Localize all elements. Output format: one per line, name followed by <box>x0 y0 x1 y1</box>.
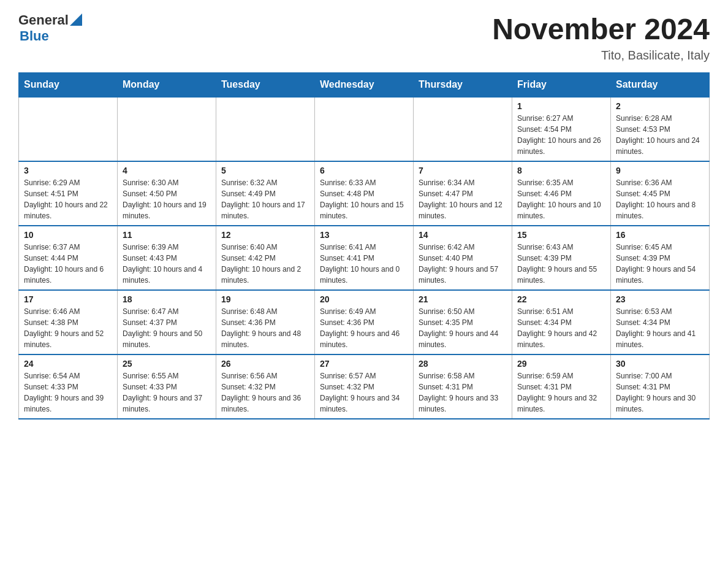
day-number: 13 <box>320 230 408 240</box>
day-info: Sunrise: 6:30 AMSunset: 4:50 PMDaylight:… <box>123 177 211 221</box>
calendar-day-cell: 15Sunrise: 6:43 AMSunset: 4:39 PMDayligh… <box>512 226 611 290</box>
day-info: Sunrise: 6:58 AMSunset: 4:31 PMDaylight:… <box>419 370 507 415</box>
calendar-header: SundayMondayTuesdayWednesdayThursdayFrid… <box>19 73 710 98</box>
day-info: Sunrise: 6:43 AMSunset: 4:39 PMDaylight:… <box>517 242 605 286</box>
day-number: 5 <box>221 166 309 175</box>
title-section: November 2024 Tito, Basilicate, Italy <box>492 12 710 63</box>
calendar-day-cell: 29Sunrise: 6:59 AMSunset: 4:31 PMDayligh… <box>512 354 611 419</box>
day-info: Sunrise: 6:57 AMSunset: 4:32 PMDaylight:… <box>320 370 408 415</box>
day-number: 8 <box>517 166 605 175</box>
day-number: 7 <box>419 166 507 175</box>
day-number: 21 <box>419 294 507 304</box>
day-info: Sunrise: 6:37 AMSunset: 4:44 PMDaylight:… <box>24 242 112 286</box>
calendar-day-cell: 11Sunrise: 6:39 AMSunset: 4:43 PMDayligh… <box>118 226 216 290</box>
location-subtitle: Tito, Basilicate, Italy <box>492 48 710 63</box>
day-number: 30 <box>616 359 704 369</box>
day-number: 10 <box>24 230 112 240</box>
day-number: 26 <box>221 359 309 369</box>
calendar-day-cell: 20Sunrise: 6:49 AMSunset: 4:36 PMDayligh… <box>315 290 414 354</box>
calendar-day-cell: 3Sunrise: 6:29 AMSunset: 4:51 PMDaylight… <box>19 161 118 226</box>
page-header: General Blue November 2024 Tito, Basilic… <box>18 12 710 63</box>
calendar-day-cell: 30Sunrise: 7:00 AMSunset: 4:31 PMDayligh… <box>611 354 710 419</box>
day-info: Sunrise: 6:34 AMSunset: 4:47 PMDaylight:… <box>419 177 507 221</box>
day-number: 1 <box>517 101 605 111</box>
calendar-day-cell: 24Sunrise: 6:54 AMSunset: 4:33 PMDayligh… <box>19 354 118 419</box>
day-number: 20 <box>320 294 408 304</box>
calendar-day-cell: 16Sunrise: 6:45 AMSunset: 4:39 PMDayligh… <box>611 226 710 290</box>
day-number: 9 <box>616 166 704 175</box>
logo-line1: General <box>18 12 82 28</box>
logo-general-text: General <box>18 12 69 28</box>
calendar-week-row: 3Sunrise: 6:29 AMSunset: 4:51 PMDaylight… <box>19 161 710 226</box>
day-info: Sunrise: 6:59 AMSunset: 4:31 PMDaylight:… <box>517 370 605 415</box>
day-info: Sunrise: 6:48 AMSunset: 4:36 PMDaylight:… <box>221 306 309 350</box>
day-info: Sunrise: 6:35 AMSunset: 4:46 PMDaylight:… <box>517 177 605 221</box>
day-number: 29 <box>517 359 605 369</box>
day-number: 25 <box>123 359 211 369</box>
day-info: Sunrise: 6:46 AMSunset: 4:38 PMDaylight:… <box>24 306 112 350</box>
day-info: Sunrise: 6:50 AMSunset: 4:35 PMDaylight:… <box>419 306 507 350</box>
day-number: 15 <box>517 230 605 240</box>
day-number: 18 <box>123 294 211 304</box>
day-number: 23 <box>616 294 704 304</box>
calendar-day-cell: 9Sunrise: 6:36 AMSunset: 4:45 PMDaylight… <box>611 161 710 226</box>
day-of-week-header: Thursday <box>414 73 512 98</box>
day-number: 19 <box>221 294 309 304</box>
logo-triangle-icon <box>70 12 82 26</box>
calendar-day-cell <box>414 97 512 161</box>
day-number: 16 <box>616 230 704 240</box>
calendar-day-cell <box>19 97 118 161</box>
calendar-day-cell: 7Sunrise: 6:34 AMSunset: 4:47 PMDaylight… <box>414 161 512 226</box>
day-number: 3 <box>24 166 112 175</box>
calendar-day-cell: 23Sunrise: 6:53 AMSunset: 4:34 PMDayligh… <box>611 290 710 354</box>
day-info: Sunrise: 6:29 AMSunset: 4:51 PMDaylight:… <box>24 177 112 221</box>
calendar-day-cell <box>118 97 216 161</box>
day-number: 22 <box>517 294 605 304</box>
logo-line2: Blue <box>20 28 82 44</box>
day-info: Sunrise: 6:32 AMSunset: 4:49 PMDaylight:… <box>221 177 309 221</box>
calendar-day-cell: 12Sunrise: 6:40 AMSunset: 4:42 PMDayligh… <box>216 226 315 290</box>
calendar-day-cell: 28Sunrise: 6:58 AMSunset: 4:31 PMDayligh… <box>414 354 512 419</box>
calendar-day-cell: 1Sunrise: 6:27 AMSunset: 4:54 PMDaylight… <box>512 97 611 161</box>
calendar-day-cell: 18Sunrise: 6:47 AMSunset: 4:37 PMDayligh… <box>118 290 216 354</box>
day-info: Sunrise: 6:49 AMSunset: 4:36 PMDaylight:… <box>320 306 408 350</box>
day-info: Sunrise: 6:41 AMSunset: 4:41 PMDaylight:… <box>320 242 408 286</box>
day-info: Sunrise: 6:51 AMSunset: 4:34 PMDaylight:… <box>517 306 605 350</box>
logo: General Blue <box>18 12 82 44</box>
day-number: 17 <box>24 294 112 304</box>
calendar-week-row: 10Sunrise: 6:37 AMSunset: 4:44 PMDayligh… <box>19 226 710 290</box>
day-info: Sunrise: 7:00 AMSunset: 4:31 PMDaylight:… <box>616 370 704 415</box>
calendar-day-cell: 10Sunrise: 6:37 AMSunset: 4:44 PMDayligh… <box>19 226 118 290</box>
day-of-week-header: Saturday <box>611 73 710 98</box>
calendar-day-cell: 21Sunrise: 6:50 AMSunset: 4:35 PMDayligh… <box>414 290 512 354</box>
calendar-day-cell: 13Sunrise: 6:41 AMSunset: 4:41 PMDayligh… <box>315 226 414 290</box>
calendar-day-cell: 6Sunrise: 6:33 AMSunset: 4:48 PMDaylight… <box>315 161 414 226</box>
svg-marker-0 <box>70 13 82 26</box>
logo-blue-text: Blue <box>20 28 49 44</box>
logo-wrapper: General Blue <box>18 12 82 44</box>
day-info: Sunrise: 6:40 AMSunset: 4:42 PMDaylight:… <box>221 242 309 286</box>
day-info: Sunrise: 6:42 AMSunset: 4:40 PMDaylight:… <box>419 242 507 286</box>
day-info: Sunrise: 6:36 AMSunset: 4:45 PMDaylight:… <box>616 177 704 221</box>
day-info: Sunrise: 6:54 AMSunset: 4:33 PMDaylight:… <box>24 370 112 415</box>
day-info: Sunrise: 6:53 AMSunset: 4:34 PMDaylight:… <box>616 306 704 350</box>
calendar-body: 1Sunrise: 6:27 AMSunset: 4:54 PMDaylight… <box>19 97 710 419</box>
calendar-day-cell: 17Sunrise: 6:46 AMSunset: 4:38 PMDayligh… <box>19 290 118 354</box>
calendar-day-cell: 27Sunrise: 6:57 AMSunset: 4:32 PMDayligh… <box>315 354 414 419</box>
day-of-week-header: Tuesday <box>216 73 315 98</box>
day-number: 14 <box>419 230 507 240</box>
day-number: 28 <box>419 359 507 369</box>
day-number: 24 <box>24 359 112 369</box>
calendar-day-cell: 26Sunrise: 6:56 AMSunset: 4:32 PMDayligh… <box>216 354 315 419</box>
day-number: 11 <box>123 230 211 240</box>
calendar-day-cell: 8Sunrise: 6:35 AMSunset: 4:46 PMDaylight… <box>512 161 611 226</box>
month-title: November 2024 <box>492 12 710 46</box>
day-number: 6 <box>320 166 408 175</box>
calendar-week-row: 1Sunrise: 6:27 AMSunset: 4:54 PMDaylight… <box>19 97 710 161</box>
calendar-day-cell <box>216 97 315 161</box>
day-info: Sunrise: 6:27 AMSunset: 4:54 PMDaylight:… <box>517 113 605 157</box>
day-number: 27 <box>320 359 408 369</box>
day-info: Sunrise: 6:56 AMSunset: 4:32 PMDaylight:… <box>221 370 309 415</box>
calendar-day-cell: 4Sunrise: 6:30 AMSunset: 4:50 PMDaylight… <box>118 161 216 226</box>
day-number: 4 <box>123 166 211 175</box>
